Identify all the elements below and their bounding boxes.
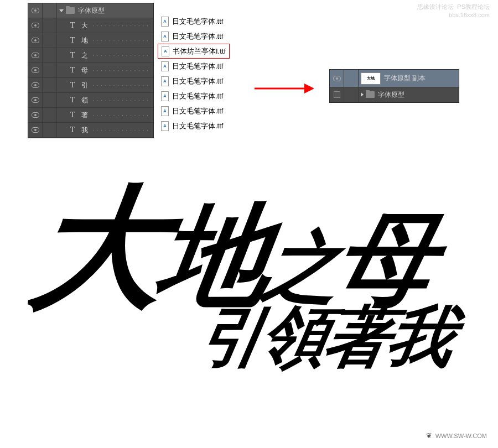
visibility-off-icon: [334, 91, 340, 98]
folder-icon: [66, 7, 75, 14]
layer-dots: · · · · · · · · · · · · · ·: [88, 127, 153, 133]
font-file-name: 日文毛笔字体.ttf: [172, 17, 223, 27]
layer-row[interactable]: T 之 · · · · · · · · · · · · · ·: [28, 48, 153, 63]
layer-dots: · · · · · · · · · · · · · ·: [88, 67, 153, 74]
lock-column[interactable]: [43, 78, 57, 92]
font-file-item[interactable]: A 日文毛笔字体.ttf: [158, 14, 230, 29]
layer-name[interactable]: 领: [81, 96, 88, 105]
lock-column[interactable]: [43, 48, 57, 62]
folder-icon: [366, 91, 375, 98]
lock-column[interactable]: [43, 33, 57, 48]
font-file-icon: A: [161, 106, 169, 116]
font-file-name: 日文毛笔字体.ttf: [172, 91, 223, 101]
font-file-name: 书体坊兰亭体I.ttf: [173, 46, 226, 56]
group-name[interactable]: 字体原型: [78, 6, 105, 15]
disclosure-triangle-icon[interactable]: [361, 92, 364, 97]
font-file-icon: A: [162, 46, 169, 56]
font-file-icon: A: [161, 32, 169, 41]
visibility-toggle[interactable]: [28, 3, 43, 18]
layer-name[interactable]: 著: [81, 111, 88, 120]
layer-group-header[interactable]: 字体原型: [28, 3, 153, 18]
layer-dots: · · · · · · · · · · · · · ·: [88, 23, 153, 29]
font-file-item[interactable]: A 日文毛笔字体.ttf: [158, 103, 230, 118]
logo-icon: ❦: [426, 431, 432, 440]
arrow-icon: [255, 80, 315, 97]
font-file-name: 日文毛笔字体.ttf: [172, 121, 223, 131]
calligraphy-line1: 大地之母: [24, 183, 485, 315]
layer-row-folder[interactable]: 字体原型: [330, 87, 459, 102]
eye-icon: [32, 8, 39, 13]
font-file-name: 日文毛笔字体.ttf: [172, 32, 223, 41]
layer-name[interactable]: 字体原型: [378, 90, 404, 100]
font-file-item[interactable]: A 日文毛笔字体.ttf: [158, 59, 230, 74]
lock-column[interactable]: [43, 63, 57, 77]
font-file-item[interactable]: A 日文毛笔字体.ttf: [158, 74, 230, 88]
layer-row[interactable]: T 领 · · · · · · · · · · · · · ·: [28, 93, 153, 108]
visibility-toggle[interactable]: [28, 18, 43, 33]
eye-icon: [333, 76, 341, 81]
eye-icon: [32, 67, 39, 73]
lock-column[interactable]: [344, 70, 359, 87]
font-file-icon: A: [161, 61, 169, 71]
font-file-list: A 日文毛笔字体.ttf A 日文毛笔字体.ttf A 书体坊兰亭体I.ttf …: [158, 14, 230, 133]
layer-dots: · · · · · · · · · · · · · ·: [88, 38, 153, 44]
layer-name[interactable]: 字体原型 副本: [384, 74, 426, 83]
layers-panel-left: 字体原型 T 大 · · · · · · · · · · · · · · T 地…: [28, 3, 154, 138]
visibility-toggle[interactable]: [28, 48, 43, 62]
eye-icon: [32, 112, 39, 118]
layer-name[interactable]: 母: [81, 66, 88, 75]
text-layer-icon: T: [68, 126, 77, 134]
visibility-toggle[interactable]: [330, 87, 344, 102]
layer-row[interactable]: T 著 · · · · · · · · · · · · · ·: [28, 108, 153, 123]
disclosure-triangle-icon[interactable]: [59, 9, 64, 12]
layer-row[interactable]: T 大 · · · · · · · · · · · · · ·: [28, 18, 153, 33]
visibility-toggle[interactable]: [28, 123, 43, 137]
font-file-name: 日文毛笔字体.ttf: [172, 106, 223, 116]
layer-row[interactable]: T 母 · · · · · · · · · · · · · ·: [28, 63, 153, 78]
layer-row[interactable]: T 引 · · · · · · · · · · · · · ·: [28, 78, 153, 93]
calligraphy-artwork: 大地之母 引領著我: [33, 183, 476, 371]
layer-dots: · · · · · · · · · · · · · ·: [88, 82, 153, 88]
text-layer-icon: T: [68, 36, 77, 45]
visibility-toggle[interactable]: [330, 70, 344, 87]
lock-column[interactable]: [43, 93, 57, 107]
font-file-icon: A: [161, 91, 169, 101]
layer-dots: · · · · · · · · · · · · · ·: [88, 97, 153, 103]
layer-row[interactable]: T 地 · · · · · · · · · · · · · ·: [28, 33, 153, 48]
visibility-toggle[interactable]: [28, 78, 43, 92]
text-layer-icon: T: [68, 96, 77, 105]
eye-icon: [32, 38, 39, 43]
layers-panel-right: 大地 字体原型 副本 字体原型: [329, 69, 459, 103]
lock-column[interactable]: [43, 108, 57, 122]
visibility-toggle[interactable]: [28, 63, 43, 77]
layer-name[interactable]: 地: [81, 36, 88, 45]
svg-marker-1: [304, 84, 314, 93]
layer-name[interactable]: 大: [81, 21, 88, 30]
font-file-icon: A: [161, 121, 169, 131]
eye-icon: [32, 23, 39, 28]
text-layer-icon: T: [68, 66, 77, 75]
visibility-toggle[interactable]: [28, 33, 43, 48]
lock-column[interactable]: [43, 123, 57, 137]
layer-row[interactable]: T 我 · · · · · · · · · · · · · ·: [28, 123, 153, 138]
lock-column[interactable]: [43, 3, 57, 18]
visibility-toggle[interactable]: [28, 108, 43, 122]
text-layer-icon: T: [68, 51, 77, 60]
font-file-item[interactable]: A 书体坊兰亭体I.ttf: [158, 44, 230, 59]
layer-name[interactable]: 我: [81, 126, 88, 135]
layer-name[interactable]: 之: [81, 51, 88, 60]
font-file-item[interactable]: A 日文毛笔字体.ttf: [158, 29, 230, 44]
layer-name[interactable]: 引: [81, 81, 88, 90]
layer-row-smartobject[interactable]: 大地 字体原型 副本: [330, 70, 459, 87]
font-file-icon: A: [161, 17, 169, 27]
font-file-item[interactable]: A 日文毛笔字体.ttf: [158, 88, 230, 103]
lock-column[interactable]: [344, 87, 359, 102]
lock-column[interactable]: [43, 18, 57, 33]
visibility-toggle[interactable]: [28, 93, 43, 107]
layer-dots: · · · · · · · · · · · · · ·: [88, 112, 153, 118]
watermark-bottom: ❦ WWW.SW-W.COM: [426, 431, 487, 440]
font-file-item[interactable]: A 日文毛笔字体.ttf: [158, 118, 230, 133]
font-file-name: 日文毛笔字体.ttf: [172, 76, 223, 86]
eye-icon: [32, 97, 39, 103]
eye-icon: [32, 82, 39, 88]
